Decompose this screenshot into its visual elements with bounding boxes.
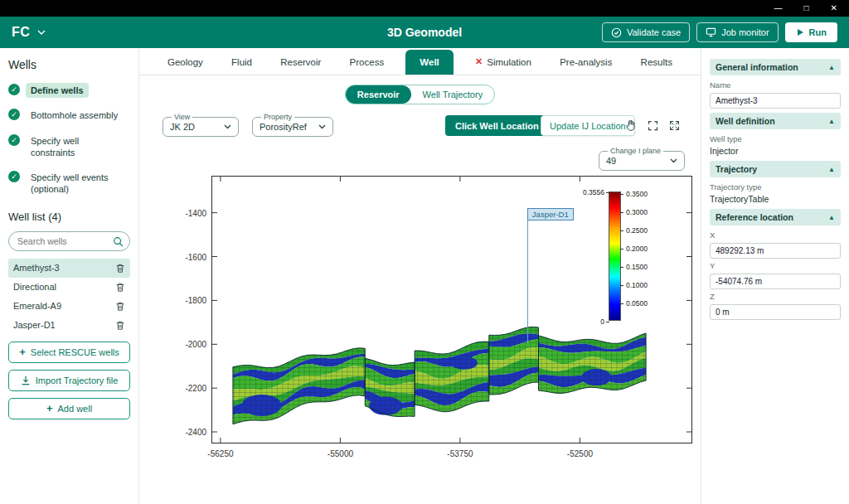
name-input[interactable] bbox=[710, 93, 841, 109]
chevron-down-icon bbox=[670, 158, 677, 163]
colorbar-tick bbox=[620, 212, 623, 213]
tab-pre-analysis[interactable]: Pre-analysis bbox=[553, 50, 619, 75]
colorbar-tick-label: 0.0500 bbox=[626, 299, 648, 308]
fullscreen-icon[interactable] bbox=[647, 119, 659, 132]
button-label: Add well bbox=[58, 404, 93, 414]
job-monitor-button[interactable]: Job monitor bbox=[696, 22, 778, 42]
tab-results[interactable]: Results bbox=[634, 50, 679, 75]
import-trajectory-file-button[interactable]: Import Trajectory file bbox=[8, 370, 130, 391]
tab-well[interactable]: Well bbox=[405, 50, 453, 75]
property-select-value: PorosityRef bbox=[260, 122, 307, 132]
subtab-well-trajectory[interactable]: Well Trajectory bbox=[411, 85, 495, 104]
collapse-chevron-icon: ▲ bbox=[828, 118, 835, 125]
well-item-emerald-a9[interactable]: Emerald-A9 bbox=[8, 297, 130, 316]
tab-fluid[interactable]: Fluid bbox=[225, 50, 259, 75]
step-label: Define wells bbox=[26, 83, 89, 98]
tab-label: Well bbox=[420, 57, 439, 67]
chevron-down-icon bbox=[224, 124, 231, 129]
main-content: GeologyFluidReservoirProcessWell✕Simulat… bbox=[139, 48, 701, 504]
colorbar-tick bbox=[606, 192, 609, 193]
step-bottomhole-assembly[interactable]: ✓Bottomhole assembly bbox=[8, 108, 130, 123]
cross-section-plot[interactable]: -1400-1600-1800-2000-2200-2400-56250-550… bbox=[211, 176, 692, 443]
app-logo[interactable]: FC bbox=[12, 25, 46, 40]
section-trajectory-header[interactable]: Trajectory▲ bbox=[710, 161, 841, 177]
search-icon bbox=[113, 235, 124, 250]
colorbar-tick-label: 0.3000 bbox=[626, 208, 648, 216]
colorbar-tick bbox=[620, 249, 623, 250]
validate-check-icon bbox=[611, 27, 622, 38]
colorbar-tick bbox=[620, 267, 623, 268]
view-select[interactable]: View JK 2D bbox=[163, 113, 239, 137]
tab-label: Reservoir bbox=[280, 57, 321, 67]
z-label: Z bbox=[710, 292, 841, 301]
delete-well-icon[interactable] bbox=[115, 282, 125, 293]
tab-reservoir[interactable]: Reservoir bbox=[274, 50, 327, 75]
validate-case-label: Validate case bbox=[627, 27, 681, 37]
y-tick-label: -2400 bbox=[185, 428, 206, 437]
subtab-reservoir[interactable]: Reservoir bbox=[346, 85, 411, 104]
x-input[interactable] bbox=[710, 243, 841, 259]
collapse-chevron-icon: ▲ bbox=[828, 64, 835, 71]
app-body: Wells ✓Define wells✓Bottomhole assembly✓… bbox=[0, 48, 849, 504]
wells-sidebar: Wells ✓Define wells✓Bottomhole assembly✓… bbox=[0, 48, 139, 504]
well-item-directional[interactable]: Directional bbox=[8, 278, 130, 297]
pan-hand-icon[interactable] bbox=[624, 119, 638, 132]
well-type-label: Well type bbox=[710, 134, 841, 143]
colorbar-tick bbox=[620, 194, 623, 195]
tab-geology[interactable]: Geology bbox=[161, 50, 210, 75]
section-general-information-header[interactable]: General information▲ bbox=[710, 59, 841, 75]
collapse-chevron-icon: ▲ bbox=[828, 166, 835, 173]
maximize-button[interactable]: □ bbox=[804, 4, 809, 12]
select-rescue-wells-button[interactable]: +Select RESCUE wells bbox=[8, 342, 130, 363]
add-well-button[interactable]: +Add well bbox=[8, 398, 130, 419]
tab-process[interactable]: Process bbox=[343, 50, 391, 75]
z-input[interactable] bbox=[710, 304, 841, 320]
delete-well-icon[interactable] bbox=[115, 320, 125, 331]
well-search bbox=[8, 231, 130, 251]
logo-chevron-down-icon[interactable] bbox=[37, 30, 46, 36]
plus-icon: + bbox=[19, 346, 26, 357]
change-i-plane-label: Change I plane bbox=[608, 147, 663, 155]
delete-well-icon[interactable] bbox=[115, 263, 125, 274]
colorbar-tick-label: 0.2500 bbox=[626, 226, 648, 235]
well-item-jasper-d1[interactable]: Jasper-D1 bbox=[8, 316, 130, 335]
titlebar: — □ ✕ bbox=[0, 0, 849, 17]
section-reference-location-header[interactable]: Reference location▲ bbox=[710, 209, 841, 225]
name-label: Name bbox=[710, 80, 841, 90]
step-check-icon: ✓ bbox=[8, 84, 20, 95]
tab-label: Simulation bbox=[487, 57, 531, 67]
update-ij-location-button[interactable]: Update IJ Location bbox=[541, 115, 635, 136]
colorbar-tick bbox=[620, 303, 623, 304]
button-label: Select RESCUE wells bbox=[31, 347, 119, 357]
search-input[interactable] bbox=[8, 231, 130, 251]
property-select[interactable]: Property PorosityRef bbox=[252, 113, 333, 137]
y-tick-label: -1600 bbox=[185, 252, 206, 261]
run-button[interactable]: Run bbox=[785, 22, 837, 42]
tab-label: Geology bbox=[167, 57, 203, 67]
colorbar-tick bbox=[620, 285, 623, 286]
colorbar-tick-label: 0.1000 bbox=[626, 281, 648, 289]
minimize-button[interactable]: — bbox=[774, 4, 783, 12]
run-label: Run bbox=[809, 27, 827, 37]
y-input[interactable] bbox=[710, 274, 841, 289]
y-tick-label: -1800 bbox=[185, 296, 206, 305]
step-specify-well-constraints[interactable]: ✓Specify well constraints bbox=[8, 133, 130, 161]
step-define-wells[interactable]: ✓Define wells bbox=[8, 83, 130, 98]
colorbar-max-label: 0.3556 bbox=[583, 188, 604, 196]
well-item-amethyst-3[interactable]: Amethyst-3 bbox=[8, 259, 130, 278]
step-specify-well-events-optional[interactable]: ✓Specify well events (optional) bbox=[8, 170, 130, 197]
validate-case-button[interactable]: Validate case bbox=[602, 22, 690, 42]
tab-simulation[interactable]: ✕Simulation bbox=[468, 49, 538, 75]
step-check-icon: ✓ bbox=[8, 109, 20, 120]
sidebar-title: Wells bbox=[8, 58, 130, 71]
expand-arrows-icon[interactable] bbox=[668, 119, 681, 132]
delete-well-icon[interactable] bbox=[115, 301, 125, 312]
collapse-chevron-icon: ▲ bbox=[828, 214, 835, 221]
step-check-icon: ✓ bbox=[8, 171, 20, 182]
well-marker-label[interactable]: Jasper-D1 bbox=[527, 208, 574, 220]
change-i-plane-select[interactable]: Change I plane 49 bbox=[599, 147, 685, 171]
click-well-location-button[interactable]: Click Well Location bbox=[445, 115, 549, 136]
section-well-definition-header[interactable]: Well definition▲ bbox=[710, 113, 841, 129]
close-button[interactable]: ✕ bbox=[831, 4, 837, 12]
logo-text: FC bbox=[12, 25, 30, 40]
